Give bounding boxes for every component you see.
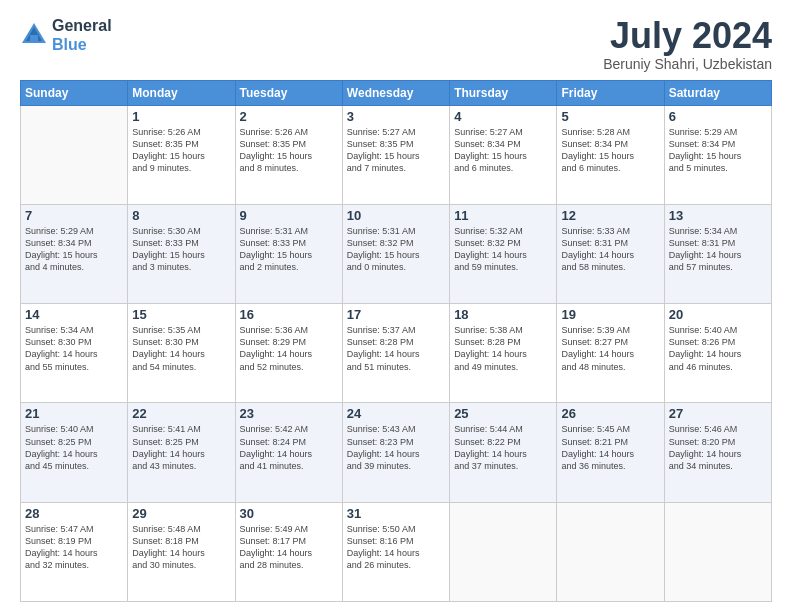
calendar-cell: 7Sunrise: 5:29 AMSunset: 8:34 PMDaylight… xyxy=(21,204,128,303)
month-title: July 2024 xyxy=(603,16,772,56)
day-info: Sunrise: 5:31 AMSunset: 8:33 PMDaylight:… xyxy=(240,225,338,274)
day-info: Sunrise: 5:32 AMSunset: 8:32 PMDaylight:… xyxy=(454,225,552,274)
calendar-cell xyxy=(21,105,128,204)
title-block: July 2024 Beruniy Shahri, Uzbekistan xyxy=(603,16,772,72)
day-info: Sunrise: 5:49 AMSunset: 8:17 PMDaylight:… xyxy=(240,523,338,572)
calendar-cell: 22Sunrise: 5:41 AMSunset: 8:25 PMDayligh… xyxy=(128,403,235,502)
location: Beruniy Shahri, Uzbekistan xyxy=(603,56,772,72)
day-info: Sunrise: 5:29 AMSunset: 8:34 PMDaylight:… xyxy=(669,126,767,175)
calendar-cell xyxy=(450,502,557,601)
day-number: 19 xyxy=(561,307,659,322)
day-info: Sunrise: 5:41 AMSunset: 8:25 PMDaylight:… xyxy=(132,423,230,472)
calendar-cell: 29Sunrise: 5:48 AMSunset: 8:18 PMDayligh… xyxy=(128,502,235,601)
calendar-header-row: SundayMondayTuesdayWednesdayThursdayFrid… xyxy=(21,80,772,105)
calendar-cell: 15Sunrise: 5:35 AMSunset: 8:30 PMDayligh… xyxy=(128,304,235,403)
calendar-cell xyxy=(557,502,664,601)
day-number: 15 xyxy=(132,307,230,322)
day-number: 14 xyxy=(25,307,123,322)
day-number: 11 xyxy=(454,208,552,223)
day-number: 18 xyxy=(454,307,552,322)
calendar-week-row: 14Sunrise: 5:34 AMSunset: 8:30 PMDayligh… xyxy=(21,304,772,403)
calendar-cell: 6Sunrise: 5:29 AMSunset: 8:34 PMDaylight… xyxy=(664,105,771,204)
day-info: Sunrise: 5:27 AMSunset: 8:34 PMDaylight:… xyxy=(454,126,552,175)
calendar-cell: 4Sunrise: 5:27 AMSunset: 8:34 PMDaylight… xyxy=(450,105,557,204)
day-number: 16 xyxy=(240,307,338,322)
day-info: Sunrise: 5:26 AMSunset: 8:35 PMDaylight:… xyxy=(132,126,230,175)
day-number: 28 xyxy=(25,506,123,521)
calendar-week-row: 21Sunrise: 5:40 AMSunset: 8:25 PMDayligh… xyxy=(21,403,772,502)
day-number: 12 xyxy=(561,208,659,223)
calendar-cell: 13Sunrise: 5:34 AMSunset: 8:31 PMDayligh… xyxy=(664,204,771,303)
calendar-cell: 19Sunrise: 5:39 AMSunset: 8:27 PMDayligh… xyxy=(557,304,664,403)
logo-icon xyxy=(20,21,48,49)
day-number: 31 xyxy=(347,506,445,521)
calendar-cell: 23Sunrise: 5:42 AMSunset: 8:24 PMDayligh… xyxy=(235,403,342,502)
calendar-header-thursday: Thursday xyxy=(450,80,557,105)
calendar-cell: 20Sunrise: 5:40 AMSunset: 8:26 PMDayligh… xyxy=(664,304,771,403)
day-number: 27 xyxy=(669,406,767,421)
header: General Blue July 2024 Beruniy Shahri, U… xyxy=(20,16,772,72)
day-info: Sunrise: 5:46 AMSunset: 8:20 PMDaylight:… xyxy=(669,423,767,472)
day-info: Sunrise: 5:40 AMSunset: 8:25 PMDaylight:… xyxy=(25,423,123,472)
calendar-header-tuesday: Tuesday xyxy=(235,80,342,105)
day-number: 23 xyxy=(240,406,338,421)
day-info: Sunrise: 5:28 AMSunset: 8:34 PMDaylight:… xyxy=(561,126,659,175)
day-number: 3 xyxy=(347,109,445,124)
svg-rect-2 xyxy=(30,35,38,43)
calendar-header-monday: Monday xyxy=(128,80,235,105)
day-number: 30 xyxy=(240,506,338,521)
day-info: Sunrise: 5:35 AMSunset: 8:30 PMDaylight:… xyxy=(132,324,230,373)
day-number: 4 xyxy=(454,109,552,124)
calendar-header-friday: Friday xyxy=(557,80,664,105)
calendar-cell: 2Sunrise: 5:26 AMSunset: 8:35 PMDaylight… xyxy=(235,105,342,204)
calendar-cell: 11Sunrise: 5:32 AMSunset: 8:32 PMDayligh… xyxy=(450,204,557,303)
day-info: Sunrise: 5:48 AMSunset: 8:18 PMDaylight:… xyxy=(132,523,230,572)
day-info: Sunrise: 5:50 AMSunset: 8:16 PMDaylight:… xyxy=(347,523,445,572)
day-number: 13 xyxy=(669,208,767,223)
day-info: Sunrise: 5:42 AMSunset: 8:24 PMDaylight:… xyxy=(240,423,338,472)
logo-text: General Blue xyxy=(52,16,112,54)
calendar-cell: 24Sunrise: 5:43 AMSunset: 8:23 PMDayligh… xyxy=(342,403,449,502)
day-info: Sunrise: 5:30 AMSunset: 8:33 PMDaylight:… xyxy=(132,225,230,274)
calendar-header-saturday: Saturday xyxy=(664,80,771,105)
day-info: Sunrise: 5:31 AMSunset: 8:32 PMDaylight:… xyxy=(347,225,445,274)
day-number: 6 xyxy=(669,109,767,124)
day-number: 8 xyxy=(132,208,230,223)
calendar-cell: 12Sunrise: 5:33 AMSunset: 8:31 PMDayligh… xyxy=(557,204,664,303)
day-info: Sunrise: 5:29 AMSunset: 8:34 PMDaylight:… xyxy=(25,225,123,274)
calendar-week-row: 7Sunrise: 5:29 AMSunset: 8:34 PMDaylight… xyxy=(21,204,772,303)
day-number: 26 xyxy=(561,406,659,421)
day-number: 10 xyxy=(347,208,445,223)
day-info: Sunrise: 5:34 AMSunset: 8:31 PMDaylight:… xyxy=(669,225,767,274)
calendar-cell: 16Sunrise: 5:36 AMSunset: 8:29 PMDayligh… xyxy=(235,304,342,403)
calendar-cell: 8Sunrise: 5:30 AMSunset: 8:33 PMDaylight… xyxy=(128,204,235,303)
day-number: 22 xyxy=(132,406,230,421)
day-info: Sunrise: 5:39 AMSunset: 8:27 PMDaylight:… xyxy=(561,324,659,373)
calendar-cell: 28Sunrise: 5:47 AMSunset: 8:19 PMDayligh… xyxy=(21,502,128,601)
day-info: Sunrise: 5:27 AMSunset: 8:35 PMDaylight:… xyxy=(347,126,445,175)
day-number: 29 xyxy=(132,506,230,521)
day-number: 25 xyxy=(454,406,552,421)
calendar-cell: 30Sunrise: 5:49 AMSunset: 8:17 PMDayligh… xyxy=(235,502,342,601)
calendar-cell: 27Sunrise: 5:46 AMSunset: 8:20 PMDayligh… xyxy=(664,403,771,502)
calendar-week-row: 28Sunrise: 5:47 AMSunset: 8:19 PMDayligh… xyxy=(21,502,772,601)
day-info: Sunrise: 5:36 AMSunset: 8:29 PMDaylight:… xyxy=(240,324,338,373)
day-info: Sunrise: 5:26 AMSunset: 8:35 PMDaylight:… xyxy=(240,126,338,175)
day-info: Sunrise: 5:38 AMSunset: 8:28 PMDaylight:… xyxy=(454,324,552,373)
day-number: 7 xyxy=(25,208,123,223)
calendar-cell: 3Sunrise: 5:27 AMSunset: 8:35 PMDaylight… xyxy=(342,105,449,204)
day-number: 24 xyxy=(347,406,445,421)
page: General Blue July 2024 Beruniy Shahri, U… xyxy=(0,0,792,612)
calendar-header-wednesday: Wednesday xyxy=(342,80,449,105)
calendar-cell: 25Sunrise: 5:44 AMSunset: 8:22 PMDayligh… xyxy=(450,403,557,502)
day-info: Sunrise: 5:37 AMSunset: 8:28 PMDaylight:… xyxy=(347,324,445,373)
calendar-cell: 17Sunrise: 5:37 AMSunset: 8:28 PMDayligh… xyxy=(342,304,449,403)
calendar-cell: 31Sunrise: 5:50 AMSunset: 8:16 PMDayligh… xyxy=(342,502,449,601)
calendar-header-sunday: Sunday xyxy=(21,80,128,105)
day-info: Sunrise: 5:33 AMSunset: 8:31 PMDaylight:… xyxy=(561,225,659,274)
day-number: 21 xyxy=(25,406,123,421)
day-number: 20 xyxy=(669,307,767,322)
day-info: Sunrise: 5:43 AMSunset: 8:23 PMDaylight:… xyxy=(347,423,445,472)
calendar-cell: 9Sunrise: 5:31 AMSunset: 8:33 PMDaylight… xyxy=(235,204,342,303)
day-info: Sunrise: 5:47 AMSunset: 8:19 PMDaylight:… xyxy=(25,523,123,572)
